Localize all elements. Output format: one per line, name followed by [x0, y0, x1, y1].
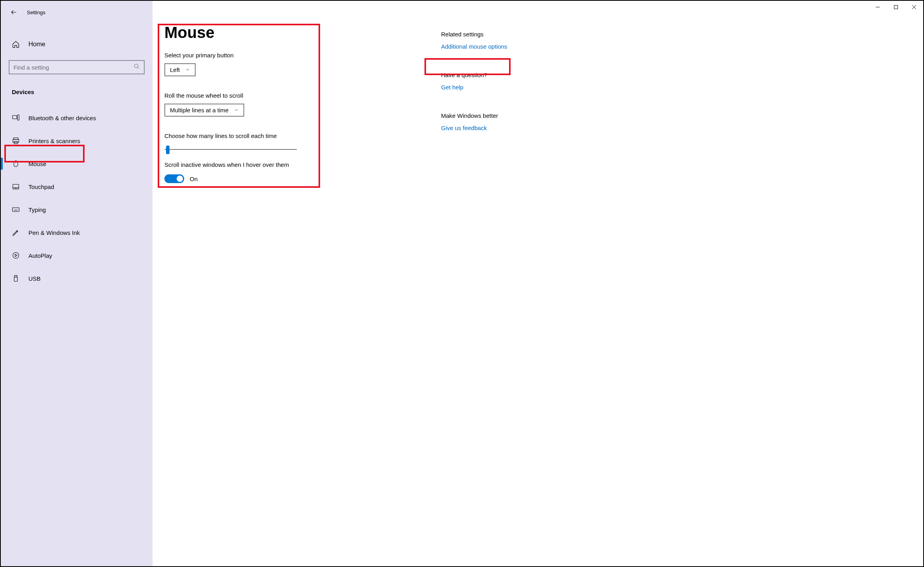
feedback-link[interactable]: Give us feedback [441, 125, 487, 131]
svg-rect-8 [13, 138, 18, 140]
svg-point-19 [16, 209, 17, 209]
related-heading: Related settings [441, 31, 560, 38]
arrow-left-icon [10, 9, 17, 16]
main-content: Mouse Select your primary button Left Ro… [164, 24, 417, 566]
page-title: Mouse [164, 24, 417, 42]
sidebar-item-label: Printers & scanners [28, 138, 80, 144]
toggle-knob [177, 176, 183, 182]
search-input[interactable] [13, 64, 134, 71]
search-icon [134, 63, 140, 71]
inactive-toggle[interactable] [164, 174, 184, 183]
better-heading: Make Windows better [441, 112, 560, 119]
sidebar-item-mouse[interactable]: Mouse [1, 152, 153, 175]
sidebar-item-label: USB [28, 275, 41, 282]
mouse-icon [12, 160, 20, 168]
scroll-wheel-label: Roll the mouse wheel to scroll [164, 92, 417, 99]
svg-point-18 [15, 209, 15, 209]
svg-rect-1 [894, 6, 898, 9]
sidebar-item-usb[interactable]: USB [1, 267, 153, 290]
sidebar-home[interactable]: Home [1, 36, 153, 52]
touchpad-icon [12, 183, 20, 191]
sidebar-item-bluetooth[interactable]: Bluetooth & other devices [1, 106, 153, 129]
chevron-down-icon [185, 66, 190, 73]
printer-icon [12, 137, 20, 145]
additional-mouse-options-link[interactable]: Additional mouse options [441, 43, 507, 50]
svg-point-20 [17, 209, 18, 209]
primary-button-value: Left [170, 66, 180, 73]
lines-slider[interactable] [164, 145, 297, 154]
search-input-wrap[interactable] [9, 60, 145, 74]
slider-thumb[interactable] [166, 146, 170, 154]
sidebar-item-label: Touchpad [28, 183, 54, 190]
close-button[interactable] [905, 1, 923, 13]
keyboard-icon [12, 206, 20, 214]
svg-rect-24 [14, 277, 17, 282]
svg-point-17 [13, 209, 14, 209]
svg-rect-23 [15, 276, 17, 277]
slider-track [164, 149, 297, 150]
svg-rect-7 [17, 115, 19, 120]
sidebar-item-label: Typing [28, 206, 46, 213]
chevron-down-icon [234, 107, 239, 113]
pen-icon [12, 229, 20, 236]
sidebar: Settings Home Devices Bluetooth & other … [1, 1, 153, 566]
autoplay-icon [12, 251, 20, 259]
sidebar-item-pen[interactable]: Pen & Windows Ink [1, 221, 153, 244]
back-button[interactable] [10, 9, 17, 16]
home-label: Home [28, 41, 45, 48]
get-help-link[interactable]: Get help [441, 84, 464, 91]
svg-point-22 [13, 253, 19, 259]
sidebar-item-label: Pen & Windows Ink [28, 229, 80, 236]
maximize-button[interactable] [887, 1, 905, 13]
svg-rect-9 [13, 140, 19, 143]
usb-icon [12, 274, 20, 282]
lines-label: Choose how many lines to scroll each tim… [164, 132, 417, 139]
minimize-button[interactable] [869, 1, 887, 13]
primary-button-label: Select your primary button [164, 52, 417, 59]
sidebar-item-typing[interactable]: Typing [1, 198, 153, 221]
svg-rect-6 [13, 115, 17, 119]
sidebar-item-printers[interactable]: Printers & scanners [1, 129, 153, 152]
sidebar-item-label: Mouse [28, 161, 46, 167]
svg-line-5 [138, 67, 139, 69]
question-heading: Have a question? [441, 72, 560, 78]
devices-icon [12, 114, 20, 122]
sidebar-item-touchpad[interactable]: Touchpad [1, 175, 153, 198]
svg-rect-16 [13, 208, 19, 212]
inactive-label: Scroll inactive windows when I hover ove… [164, 161, 417, 168]
svg-point-4 [134, 64, 138, 68]
sidebar-item-label: Bluetooth & other devices [28, 115, 96, 121]
toggle-state: On [190, 176, 198, 182]
sidebar-item-autoplay[interactable]: AutoPlay [1, 244, 153, 267]
scroll-wheel-value: Multiple lines at a time [170, 107, 228, 113]
aside: Related settings Additional mouse option… [441, 24, 560, 566]
category-title: Devices [1, 89, 153, 95]
sidebar-item-label: AutoPlay [28, 252, 52, 259]
primary-button-select[interactable]: Left [164, 63, 196, 76]
app-title: Settings [27, 9, 45, 15]
home-icon [12, 40, 20, 48]
scroll-wheel-select[interactable]: Multiple lines at a time [164, 104, 244, 117]
